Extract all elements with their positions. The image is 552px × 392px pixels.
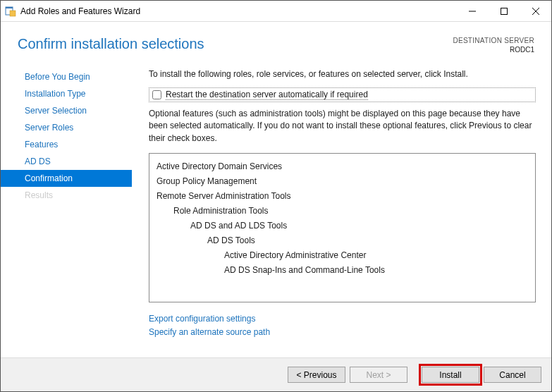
nav-server-roles[interactable]: Server Roles (1, 119, 132, 136)
titlebar: Add Roles and Features Wizard (1, 1, 551, 22)
install-button[interactable]: Install (422, 367, 479, 383)
features-list: Active Directory Domain Services Group P… (149, 153, 536, 302)
restart-checkbox-row[interactable]: Restart the destination server automatic… (149, 87, 536, 102)
optional-text: Optional features (such as administratio… (149, 108, 536, 145)
nav-ad-ds[interactable]: AD DS (1, 153, 132, 170)
sidebar: Before You Begin Installation Type Serve… (1, 66, 132, 357)
cancel-button[interactable]: Cancel (484, 367, 541, 383)
restart-checkbox[interactable] (152, 90, 161, 99)
feature-item: AD DS Tools (157, 233, 528, 248)
minimize-button[interactable] (456, 1, 488, 21)
svg-rect-4 (501, 8, 507, 14)
maximize-button[interactable] (488, 1, 520, 21)
window-controls (456, 1, 551, 21)
page-title: Confirm installation selections (18, 36, 204, 52)
restart-label: Restart the destination server automatic… (166, 90, 368, 100)
header: Confirm installation selections DESTINAT… (1, 22, 551, 59)
bottom-links: Export configuration settings Specify an… (149, 312, 536, 339)
next-button: Next > (350, 367, 407, 383)
nav-confirmation[interactable]: Confirmation (1, 170, 132, 187)
nav-installation-type[interactable]: Installation Type (1, 85, 132, 102)
feature-item: Group Policy Management (157, 174, 528, 189)
footer: < Previous Next > Install Cancel (1, 357, 551, 391)
feature-item: Active Directory Administrative Center (157, 248, 528, 263)
content: To install the following roles, role ser… (132, 66, 551, 357)
nav-features[interactable]: Features (1, 136, 132, 153)
close-button[interactable] (520, 1, 551, 21)
destination-label: DESTINATION SERVER (453, 36, 534, 45)
destination-info: DESTINATION SERVER RODC1 (453, 36, 534, 54)
svg-rect-2 (10, 11, 16, 16)
previous-button[interactable]: < Previous (288, 367, 345, 383)
nav-server-selection[interactable]: Server Selection (1, 102, 132, 119)
nav-before-you-begin[interactable]: Before You Begin (1, 68, 132, 85)
feature-item: Remote Server Administration Tools (157, 189, 528, 204)
export-config-link[interactable]: Export configuration settings (149, 312, 536, 326)
svg-rect-1 (6, 7, 13, 8)
nav-results: Results (1, 187, 132, 204)
feature-item: Active Directory Domain Services (157, 159, 528, 174)
feature-item: Role Administration Tools (157, 204, 528, 219)
feature-item: AD DS and AD LDS Tools (157, 219, 528, 233)
wizard-window: Add Roles and Features Wizard Confirm in… (0, 0, 552, 392)
app-icon (5, 6, 16, 17)
feature-item: AD DS Snap-Ins and Command-Line Tools (157, 263, 528, 278)
intro-text: To install the following roles, role ser… (149, 68, 536, 80)
destination-server: RODC1 (453, 45, 534, 54)
body: Before You Begin Installation Type Serve… (1, 59, 551, 357)
titlebar-text: Add Roles and Features Wizard (20, 6, 456, 16)
alternate-source-link[interactable]: Specify an alternate source path (149, 326, 536, 339)
